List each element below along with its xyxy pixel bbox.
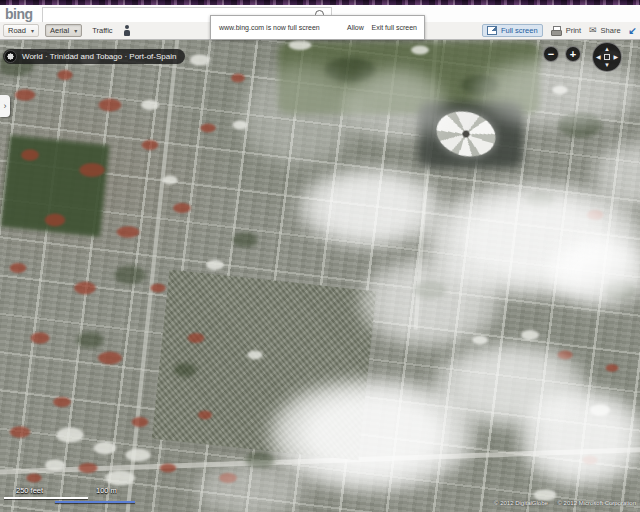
cloud [430,340,590,430]
map-style-group: Road ▾ Aerial ▾ Traffic [3,24,131,37]
cloud [340,65,450,145]
share-button[interactable]: ✉ Share [589,26,621,35]
copyright-notice: © 2012 DigitalGlobe © 2012 Microsoft Cor… [486,500,636,506]
scale-feet-label: 250 feet [16,486,43,495]
fullscreen-button[interactable]: Full screen [482,24,543,37]
scale-meters-bar [55,501,135,503]
envelope-icon: ✉ [589,26,597,35]
road-button[interactable]: Road ▾ [3,24,39,37]
chevron-down-icon: ▾ [31,28,34,34]
aerial-button[interactable]: Aerial ▾ [45,24,82,37]
panel-expander[interactable]: › [0,95,10,117]
aerial-button-label: Aerial [50,26,69,35]
breadcrumb: World · Trinidad and Tobago · Port-of-Sp… [3,49,185,64]
bing-maps-window: bing Road ▾ Aerial ▾ Traffic Full screen [0,0,640,512]
map-canvas[interactable]: World · Trinidad and Tobago · Port-of-Sp… [0,40,640,512]
scale-feet-bar [4,497,88,499]
road-button-label: Road [8,26,26,35]
traffic-button[interactable]: Traffic [88,25,116,36]
notification-message: www.bing.com is now full screen [219,24,320,31]
print-button-label: Print [566,26,581,35]
chevron-down-icon: ▾ [74,28,77,34]
bing-logo[interactable]: bing [5,6,33,22]
map-actions-group: Full screen Print ✉ Share ↙ [482,24,637,37]
collapse-arrow-icon[interactable]: ↙ [629,26,637,36]
streetside-person-icon[interactable] [123,25,131,36]
zoom-in-button[interactable]: + [565,46,581,62]
zoom-out-button[interactable]: − [543,46,559,62]
fullscreen-icon [487,26,497,35]
copyright-microsoft: © 2012 Microsoft Corporation [558,500,636,506]
cloud [355,255,505,350]
allow-button[interactable]: Allow [347,24,364,31]
fullscreen-button-label: Full screen [501,26,538,35]
compass-icon[interactable] [4,50,17,63]
breadcrumb-text[interactable]: World · Trinidad and Tobago · Port-of-Sp… [22,52,176,61]
pan-right-icon[interactable]: ▶ [613,54,618,60]
print-button[interactable]: Print [551,26,581,35]
exit-fullscreen-button[interactable]: Exit full screen [371,24,417,31]
pan-up-icon[interactable]: ▲ [604,46,610,52]
fullscreen-notification: www.bing.com is now full screen Allow Ex… [210,15,425,40]
share-button-label: Share [601,26,621,35]
pan-left-icon[interactable]: ◀ [596,54,601,60]
cloud [190,460,310,512]
traffic-button-label: Traffic [92,26,112,35]
scale-meters-label: 100 m [96,486,117,495]
pan-down-icon[interactable]: ▼ [604,62,610,68]
print-icon [551,26,562,35]
copyright-imagery: © 2012 DigitalGlobe [494,500,548,506]
pan-center-icon[interactable] [604,54,610,60]
pan-control[interactable]: ▲ ▼ ◀ ▶ [592,42,622,72]
